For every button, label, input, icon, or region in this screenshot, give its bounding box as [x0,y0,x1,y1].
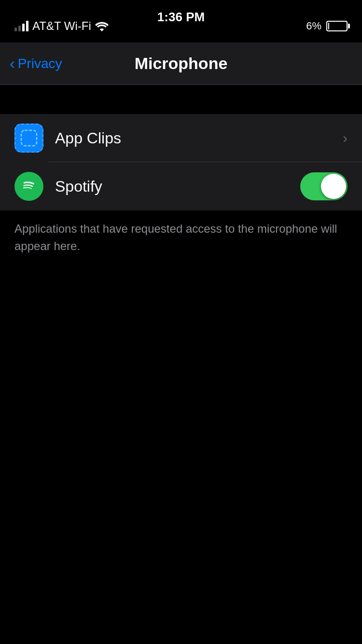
status-right: 6% [306,20,348,32]
signal-bars-icon [14,21,28,31]
footer-note: Applications that have requested access … [0,210,362,265]
wifi-icon [95,21,109,31]
footer-note-text: Applications that have requested access … [14,222,337,252]
app-list-section: App Clips › Spotify [0,114,362,210]
app-clips-icon [14,124,43,153]
status-left: AT&T Wi-Fi [14,19,109,33]
spotify-microphone-toggle[interactable] [300,172,348,200]
spotify-logo-icon [20,177,38,196]
status-time: 1:36 PM [157,10,205,25]
list-item-spotify: Spotify [0,162,362,210]
page-title: Microphone [135,54,228,73]
chevron-right-icon: › [343,130,348,146]
list-item-app-clips[interactable]: App Clips › [0,114,362,162]
svg-rect-0 [21,130,37,146]
spotify-name: Spotify [55,178,300,196]
battery-fill [328,23,329,29]
spotify-icon [14,172,43,201]
section-spacer [0,85,362,114]
svg-point-1 [20,177,38,196]
app-clips-name: App Clips [55,129,343,147]
battery-percent: 6% [306,20,321,32]
back-label: Privacy [18,56,62,71]
nav-bar: ‹ Privacy Microphone [0,42,362,85]
carrier-label: AT&T Wi-Fi [32,19,91,33]
back-button[interactable]: ‹ Privacy [10,56,62,71]
status-bar: AT&T Wi-Fi 1:36 PM 6% [0,0,362,42]
app-clips-inner-icon [20,129,38,147]
toggle-knob [321,174,346,199]
battery-icon [326,21,348,31]
back-chevron-icon: ‹ [10,56,15,71]
